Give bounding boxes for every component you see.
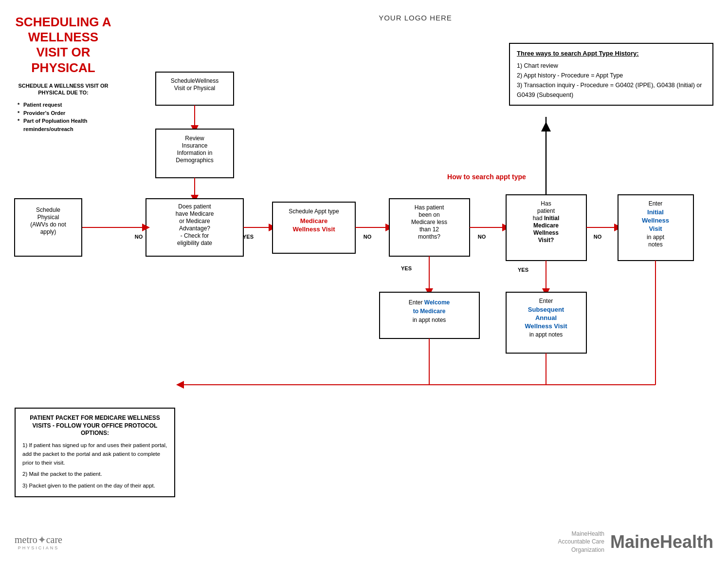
svg-text:in appt notes: in appt notes [529,331,563,338]
svg-text:Subsequent: Subsequent [528,306,564,313]
main-title: SCHEDULING A WELLNESS VISIT OR PHYSICAL [15,15,112,75]
svg-text:NO: NO [594,234,602,240]
svg-text:NO: NO [364,234,372,240]
svg-rect-66 [506,292,586,353]
logo-star-icon: ✦ [37,534,46,546]
packet-box: PATIENT PACKET FOR MEDICARE WELLNESS VIS… [15,408,175,497]
svg-rect-55 [618,195,693,261]
svg-text:Initial: Initial [647,208,664,216]
mainehealth-small: MaineHealth Accountable Care Organizatio… [558,530,604,554]
svg-text:in appt: in appt [647,234,665,241]
svg-rect-10 [146,199,243,256]
bullet-item-2: Provider's Order [19,109,112,117]
schedule-due: SCHEDULE A WELLNESS VISIT OR PHYSICAL DU… [15,82,112,96]
svg-text:Wellness Visit: Wellness Visit [525,322,568,330]
info-item-2: 2) Appt history - Procedure = Appt Type [517,71,706,80]
svg-text:been on: been on [419,211,439,218]
svg-text:Visit: Visit [649,225,662,232]
svg-text:Does patient: Does patient [178,203,211,210]
svg-text:Enter Welcome: Enter Welcome [409,299,450,306]
svg-text:Medicare less: Medicare less [411,219,447,225]
bullet-list: Patient request Provider's Order Part of… [15,101,112,133]
svg-text:ScheduleWellness: ScheduleWellness [171,77,219,84]
mainehealth-line1: MaineHealth [558,530,604,538]
svg-rect-4 [156,129,234,178]
svg-text:Physical: Physical [37,214,59,221]
packet-item-3: 3) Packet given to the patient on the da… [22,482,167,490]
mainehealth-line2: Accountable Care [558,538,604,546]
svg-text:Has: Has [541,200,551,207]
svg-text:Advantage?: Advantage? [179,225,210,232]
svg-rect-28 [273,202,355,253]
packet-title: PATIENT PACKET FOR MEDICARE WELLNESS VIS… [22,414,167,437]
svg-text:Enter: Enter [539,298,553,304]
svg-text:NO: NO [135,234,143,240]
bullet-item-1: Patient request [19,101,112,109]
packet-item-1: 1) If patient has signed up for and uses… [22,441,167,467]
svg-text:YES: YES [243,234,254,240]
svg-text:YES: YES [401,265,412,271]
logo-metro-text: metro [15,534,37,545]
svg-text:Medicare: Medicare [300,217,328,225]
svg-text:Demographics: Demographics [176,157,213,164]
svg-text:notes: notes [648,241,662,248]
svg-text:YES: YES [518,267,528,273]
svg-text:patient: patient [537,207,555,214]
packet-item-2: 2) Mail the packet to the patient. [22,470,167,479]
page: YOUR LOGO HERE SCHEDULING A WELLNESS VIS… [0,0,728,563]
info-item-3: 3) Transaction inquiry - Procedure = G04… [517,80,706,100]
svg-text:Schedule Appt type: Schedule Appt type [289,208,339,215]
svg-rect-21 [15,199,82,256]
svg-text:Annual: Annual [535,314,557,321]
logo-physicians: PHYSICIANS [15,545,62,550]
svg-text:Schedule: Schedule [36,206,60,213]
svg-text:than 12: than 12 [419,226,439,233]
svg-text:How to search appt type: How to search appt type [447,173,526,181]
svg-text:to Medicare: to Medicare [413,308,446,315]
svg-text:Information in: Information in [177,150,213,156]
info-box-title: Three ways to search Appt Type History: [517,49,706,59]
mainehealth-large: MaineHealth [610,532,713,552]
logo-care-text: care [46,534,62,545]
svg-text:apply): apply) [40,228,56,235]
footer-right: MaineHealth Accountable Care Organizatio… [558,530,713,554]
svg-text:Medicare: Medicare [533,222,559,229]
svg-text:Visit?: Visit? [538,237,554,244]
svg-rect-0 [156,72,234,105]
svg-text:or Medicare: or Medicare [179,218,210,225]
svg-text:eligibility date: eligibility date [177,240,212,246]
svg-text:Wellness: Wellness [642,217,669,224]
svg-text:Insurance: Insurance [182,142,208,149]
metro-care-logo: metro ✦ care PHYSICIANS [15,534,62,550]
svg-text:Visit or Physical: Visit or Physical [174,85,215,92]
svg-rect-34 [389,199,470,256]
info-item-1: 1) Chart review [517,61,706,71]
svg-text:in appt notes: in appt notes [413,317,446,323]
mainehealth-line3: Organization [558,546,604,554]
logo-placeholder: YOUR LOGO HERE [379,14,452,22]
svg-text:NO: NO [478,234,486,240]
svg-text:have Medicare: have Medicare [176,210,214,217]
svg-text:Has patient: Has patient [415,204,444,211]
svg-rect-62 [380,292,479,338]
svg-text:- Check for: - Check for [181,232,209,239]
svg-text:(AWVs do not: (AWVs do not [30,221,66,228]
svg-text:Wellness Visit: Wellness Visit [293,225,336,233]
bullet-item-3: Part of Popluation Health reminders/outr… [19,117,112,133]
info-box: Three ways to search Appt Type History: … [509,43,713,106]
svg-text:Wellness: Wellness [533,229,559,236]
svg-rect-44 [506,195,586,261]
main-title-block: SCHEDULING A WELLNESS VISIT OR PHYSICAL … [15,15,112,133]
footer-left: metro ✦ care PHYSICIANS [15,534,62,550]
svg-text:Review: Review [185,135,204,142]
svg-text:months?: months? [418,233,440,240]
footer: metro ✦ care PHYSICIANS MaineHealth Acco… [15,530,713,554]
svg-text:Enter: Enter [649,200,663,207]
svg-text:had Initial: had Initial [533,215,560,222]
